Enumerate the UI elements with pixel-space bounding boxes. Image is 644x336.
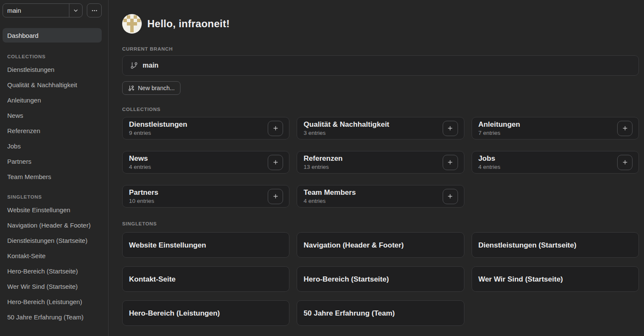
singleton-card[interactable]: 50 Jahre Erfahrung (Team) <box>297 300 464 326</box>
sidebar-item-collection[interactable]: Dienstleistungen <box>0 62 104 77</box>
sidebar-menu-button[interactable] <box>87 3 102 17</box>
sidebar-item-dashboard[interactable]: Dashboard <box>3 28 102 43</box>
git-branch-plus-icon <box>128 85 135 91</box>
sidebar: main Dashboard COLLECTIONS Dienstleistun… <box>0 0 109 336</box>
add-entry-button[interactable] <box>443 155 458 170</box>
plus-icon <box>622 159 628 165</box>
singleton-card[interactable]: Wer Wir Sind (Startseite) <box>472 266 639 292</box>
singleton-card-title: Hero-Bereich (Leistungen) <box>129 309 220 318</box>
sidebar-collections-list: Dienstleistungen Qualität & Nachhaltigke… <box>0 62 108 184</box>
add-entry-button[interactable] <box>268 155 283 170</box>
current-branch-name: main <box>143 62 158 69</box>
collection-card-title: News <box>129 154 151 163</box>
collection-card-text: Anleitungen 7 entries <box>478 120 520 137</box>
sidebar-collections-header: COLLECTIONS <box>0 54 108 59</box>
sidebar-item-singleton[interactable]: Website Einstellungen <box>0 202 104 217</box>
app-window: main Dashboard COLLECTIONS Dienstleistun… <box>0 0 644 336</box>
sidebar-item-collection[interactable]: Jobs <box>0 138 104 154</box>
collection-card-text: Dienstleistungen 9 entries <box>129 120 187 137</box>
collection-card-text: News 4 entries <box>129 154 151 171</box>
collection-card[interactable]: Jobs 4 entries <box>472 151 639 174</box>
branch-selector[interactable]: main <box>3 3 83 17</box>
sidebar-item-singleton[interactable]: Wer Wir Sind (Startseite) <box>0 279 104 294</box>
plus-icon <box>622 125 628 131</box>
sidebar-item-collection[interactable]: Partners <box>0 154 104 169</box>
current-branch-label: CURRENT BRANCH <box>122 46 639 51</box>
collection-card-count: 7 entries <box>478 129 520 137</box>
sidebar-item-singleton[interactable]: Dienstleistungen (Startseite) <box>0 233 104 248</box>
sidebar-item-singleton[interactable]: Navigation (Header & Footer) <box>0 217 104 233</box>
collection-card[interactable]: Anleitungen 7 entries <box>472 117 639 140</box>
collection-card-count: 13 entries <box>303 163 343 171</box>
collection-card-title: Team Members <box>303 188 356 197</box>
sidebar-item-singleton[interactable]: Hero-Bereich (Startseite) <box>0 263 104 279</box>
sidebar-item-collection[interactable]: Referenzen <box>0 123 104 138</box>
greeting-row: Hello, infraoneit! <box>122 14 639 34</box>
new-branch-label: New branch... <box>138 85 175 91</box>
sidebar-item-singleton[interactable]: Hero-Bereich (Leistungen) <box>0 294 104 309</box>
collection-card-text: Partners 10 entries <box>129 188 158 205</box>
collection-card-count: 3 entries <box>303 129 389 137</box>
collection-card-count: 4 entries <box>303 197 356 205</box>
sidebar-singletons-list: Website Einstellungen Navigation (Header… <box>0 202 108 325</box>
sidebar-branch-row: main <box>0 3 108 17</box>
avatar <box>122 14 142 34</box>
singleton-card-title: Kontakt-Seite <box>129 275 176 284</box>
sidebar-item-collection[interactable]: Anleitungen <box>0 92 104 108</box>
singleton-card[interactable]: Website Einstellungen <box>122 232 289 258</box>
collection-card-count: 9 entries <box>129 129 187 137</box>
collection-card[interactable]: Team Members 4 entries <box>297 185 464 208</box>
singletons-grid: Website Einstellungen Navigation (Header… <box>122 232 639 326</box>
collection-card[interactable]: Qualität & Nachhaltigkeit 3 entries <box>297 117 464 140</box>
collection-card[interactable]: News 4 entries <box>122 151 289 174</box>
singleton-card-title: 50 Jahre Erfahrung (Team) <box>303 309 395 318</box>
singleton-card[interactable]: Hero-Bereich (Leistungen) <box>122 300 289 326</box>
plus-icon <box>272 159 279 165</box>
new-branch-button[interactable]: New branch... <box>122 81 180 95</box>
current-branch-box[interactable]: main <box>122 55 639 76</box>
chevron-down-icon[interactable] <box>69 4 82 17</box>
add-entry-button[interactable] <box>268 189 283 204</box>
add-entry-button[interactable] <box>617 155 633 170</box>
collection-card-count: 4 entries <box>478 163 501 171</box>
singleton-card[interactable]: Dienstleistungen (Startseite) <box>472 232 639 258</box>
collection-card[interactable]: Dienstleistungen 9 entries <box>122 117 289 140</box>
sidebar-item-singleton[interactable]: 50 Jahre Erfahrung (Team) <box>0 309 104 325</box>
sidebar-item-singleton[interactable]: Kontakt-Seite <box>0 248 104 263</box>
collection-card[interactable]: Referenzen 13 entries <box>297 151 464 174</box>
collection-card-title: Referenzen <box>303 154 343 163</box>
plus-icon <box>272 125 279 131</box>
collection-card[interactable]: Partners 10 entries <box>122 185 289 208</box>
singleton-card-title: Navigation (Header & Footer) <box>303 241 404 250</box>
plus-icon <box>272 193 279 199</box>
singleton-card-title: Hero-Bereich (Startseite) <box>303 275 389 284</box>
git-branch-icon <box>130 62 138 69</box>
collection-card-title: Jobs <box>478 154 501 163</box>
collection-card-count: 10 entries <box>129 197 158 205</box>
singleton-card-title: Website Einstellungen <box>129 241 206 250</box>
add-entry-button[interactable] <box>617 121 633 136</box>
collection-card-text: Qualität & Nachhaltigkeit 3 entries <box>303 120 389 137</box>
collection-card-text: Team Members 4 entries <box>303 188 356 205</box>
singleton-card[interactable]: Navigation (Header & Footer) <box>297 232 464 258</box>
sidebar-item-collection[interactable]: Qualität & Nachhaltigkeit <box>0 77 104 92</box>
sidebar-item-collection[interactable]: Team Members <box>0 169 104 184</box>
singleton-card[interactable]: Hero-Bereich (Startseite) <box>297 266 464 292</box>
plus-icon <box>447 159 453 165</box>
collection-card-text: Jobs 4 entries <box>478 154 501 171</box>
collection-card-title: Qualität & Nachhaltigkeit <box>303 120 389 129</box>
collection-card-count: 4 entries <box>129 163 151 171</box>
add-entry-button[interactable] <box>268 121 283 136</box>
page-title: Hello, infraoneit! <box>147 18 230 30</box>
add-entry-button[interactable] <box>443 121 458 136</box>
main-content: Hello, infraoneit! CURRENT BRANCH main N… <box>109 0 644 336</box>
collection-card-title: Dienstleistungen <box>129 120 187 129</box>
plus-icon <box>447 125 453 131</box>
collections-grid: Dienstleistungen 9 entries Qualität & Na… <box>122 117 639 208</box>
add-entry-button[interactable] <box>443 189 458 204</box>
singleton-card[interactable]: Kontakt-Seite <box>122 266 289 292</box>
branch-selector-value: main <box>3 7 69 14</box>
collections-header: COLLECTIONS <box>122 107 639 112</box>
sidebar-item-collection[interactable]: News <box>0 108 104 123</box>
collection-card-title: Partners <box>129 188 158 197</box>
